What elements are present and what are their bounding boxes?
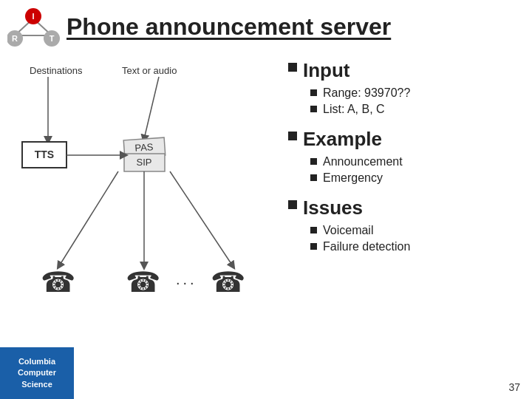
issues-sub-2-icon	[310, 243, 317, 250]
example-sub-1-icon	[310, 158, 317, 165]
issues-sub-1: Voicemail	[310, 224, 517, 237]
logo-area: I R T	[7, 7, 66, 52]
svg-line-18	[59, 171, 118, 266]
example-sub-2: Emergency	[310, 171, 517, 185]
example-section: Example Announcement Emergency	[288, 128, 517, 185]
example-heading: Example	[303, 128, 382, 151]
input-sub-2-icon	[310, 106, 317, 112]
input-bullet-icon	[288, 63, 297, 72]
example-heading-row: Example	[288, 128, 517, 151]
issues-heading: Issues	[303, 197, 363, 219]
svg-text:I: I	[32, 12, 34, 21]
svg-text:TTS: TTS	[35, 149, 54, 160]
svg-line-10	[144, 77, 159, 139]
destinations-label: Destinations	[30, 65, 83, 76]
input-heading-row: Input	[288, 59, 517, 82]
example-sub-2-text: Emergency	[323, 171, 383, 185]
svg-text:☎: ☎	[211, 267, 245, 298]
svg-text:PAS: PAS	[134, 141, 154, 154]
example-sub-1-text: Announcement	[323, 155, 403, 168]
logo-svg: I R T	[7, 7, 63, 48]
example-sub-2-icon	[310, 174, 317, 181]
diagram-area: Destinations Text or audio TTS PAS SIP	[15, 59, 288, 355]
input-section: Input Range: 93970?? List: A, B, C	[288, 59, 517, 116]
svg-text:R: R	[12, 34, 18, 43]
example-sub-1: Announcement	[310, 155, 517, 168]
page-title: Phone announcement server	[66, 13, 391, 41]
svg-text:☎: ☎	[126, 267, 160, 298]
svg-text:☎: ☎	[41, 267, 75, 298]
content-area: Input Range: 93970?? List: A, B, C Examp…	[288, 59, 517, 265]
institution-text: Columbia Computer Science	[18, 356, 56, 390]
svg-text:T: T	[50, 34, 55, 43]
svg-text:...: ...	[176, 271, 197, 287]
issues-sub-bullets: Voicemail Failure detection	[288, 224, 517, 253]
input-sub-2: List: A, B, C	[310, 103, 517, 116]
page-number: 37	[508, 381, 520, 393]
issues-sub-1-icon	[310, 227, 317, 233]
issues-sub-2-text: Failure detection	[323, 240, 410, 253]
input-sub-2-text: List: A, B, C	[323, 103, 385, 116]
svg-text:SIP: SIP	[137, 157, 152, 168]
issues-heading-row: Issues	[288, 197, 517, 219]
text-audio-label: Text or audio	[122, 65, 177, 76]
issues-bullet-icon	[288, 200, 297, 209]
diagram-svg: Destinations Text or audio TTS PAS SIP	[15, 59, 288, 347]
issues-sub-1-text: Voicemail	[323, 224, 373, 237]
input-sub-1-text: Range: 93970??	[323, 86, 410, 100]
issues-section: Issues Voicemail Failure detection	[288, 197, 517, 253]
input-sub-bullets: Range: 93970?? List: A, B, C	[288, 86, 517, 116]
example-bullet-icon	[288, 132, 297, 140]
example-sub-bullets: Announcement Emergency	[288, 155, 517, 185]
issues-sub-2: Failure detection	[310, 240, 517, 253]
input-sub-1: Range: 93970??	[310, 86, 517, 100]
input-sub-1-icon	[310, 89, 317, 96]
input-heading: Input	[303, 59, 350, 82]
institution-bar: Columbia Computer Science	[0, 347, 74, 399]
svg-line-20	[170, 171, 233, 266]
